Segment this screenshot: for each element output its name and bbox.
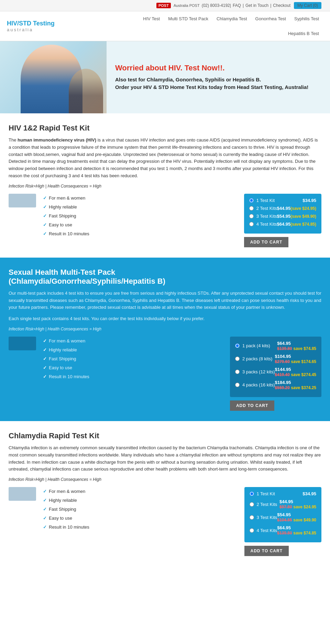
chlamydia-radio-4[interactable]: [250, 528, 254, 533]
hiv-price-1: 1 Test Kit $34.95: [249, 198, 316, 203]
chlamydia-pricing-box: 1 Test Kit $34.95 2 Test Kits $44.95$97.…: [244, 487, 321, 542]
hiv-title: HIV 1&2 Rapid Test Kit: [9, 124, 321, 133]
chlamydia-section: Chlamydia Rapid Test Kit Chlamydia infec…: [0, 421, 330, 566]
hiv-price-4: 4 Test Kits $64.95(save $74.85): [249, 222, 316, 227]
hiv-infection-risk: Infection Risk=High | Health Consequence…: [9, 184, 321, 189]
multi-price-val-3: $144.95$419.40 save $274.45: [275, 367, 316, 377]
hiv-features-list: For men & women Highly reliable Fast Shi…: [43, 194, 237, 238]
hiv-add-to-cart[interactable]: ADD TO CART: [244, 237, 288, 247]
checkout-link[interactable]: Checkout: [273, 3, 290, 8]
multi-save-1: save $74.85: [293, 346, 316, 351]
chlamydia-save-2: save $24.95: [293, 505, 316, 509]
hero-banner: Worried about HIV. Test Now!!. Also test…: [0, 41, 330, 113]
chlamydia-price-4: 4 Test Kits $64.95$139.80 save $74.85: [250, 525, 316, 535]
multi-desc: Our multi-test pack includes 4 test kits…: [9, 290, 321, 311]
multi-feature-2: Highly reliable: [43, 346, 223, 354]
post-logo: POST: [156, 3, 171, 8]
hiv-radio-3[interactable]: [249, 214, 254, 218]
chlamydia-price-val-3: $54.95$104.85 save $49.90: [277, 512, 316, 522]
multi-original-4: $559.20: [275, 385, 290, 390]
hiv-price-3: 3 Test Kits $54.95(save $49.90): [249, 214, 316, 219]
multi-title: Sexual Health Multi-Test Pack(Chlamydia/…: [9, 268, 321, 286]
hiv-label-1: 1 Test Kit: [256, 198, 302, 203]
nav-hiv-test[interactable]: HIV Test: [139, 11, 164, 26]
chlamydia-price-val-1: $34.95: [302, 491, 316, 496]
multi-label-2: 2 packs (8 kits): [242, 356, 275, 361]
chlamydia-desc: Chlamydia infection is an extremely comm…: [9, 444, 321, 473]
hiv-feature-1: For men & women: [43, 194, 237, 203]
chlamydia-radio-3[interactable]: [250, 515, 254, 520]
hiv-radio-2[interactable]: [249, 206, 254, 211]
hiv-price-val-4: $64.95(save $74.85): [277, 222, 317, 227]
hiv-feature-5: Result in 10 minutes: [43, 229, 237, 238]
multi-price-val-4: $184.95$559.20 save $374.25: [275, 380, 316, 390]
chlamydia-product-area: For men & women Highly reliable Fast Shi…: [9, 487, 321, 556]
nav-links: HIV Test Multi STD Test Pack Chlamydia T…: [62, 11, 323, 41]
logo: HIV/STD Testing australia: [7, 16, 62, 36]
chlamydia-pricing-area: 1 Test Kit $34.95 2 Test Kits $44.95$97.…: [244, 487, 321, 556]
multi-price-2: 2 packs (8 kits) $104.95$279.60 save $17…: [235, 354, 316, 364]
hiv-radio-4[interactable]: [249, 222, 254, 226]
phone: (02) 8003-4192: [202, 3, 230, 8]
chlamydia-feature-1: For men & women: [43, 487, 238, 496]
hiv-price-2: 2 Test Kits $44.95(save $24.95): [249, 206, 316, 211]
chlamydia-label-3: 3 Test Kits: [257, 515, 277, 520]
multi-price-4: 4 packs (16 kits) $184.95$559.20 save $3…: [235, 380, 316, 390]
multi-save-2: save $174.65: [291, 359, 316, 364]
multi-infection-risk: Infection Risk=High | Health Consequence…: [9, 327, 321, 331]
separator: |: [230, 3, 231, 8]
multi-save-4: save $374.25: [291, 385, 316, 390]
chlamydia-label-4: 4 Test Kits: [257, 528, 277, 533]
top-bar: POST Australia POST (02) 8003-4192 | FAQ…: [0, 0, 330, 11]
multi-features-list: For men & women Highly reliable Fast Shi…: [43, 337, 223, 381]
chlamydia-save-4: save $74.85: [293, 531, 316, 535]
hiv-desc: The human immunodeficiency virus (HIV) i…: [9, 137, 321, 180]
chlamydia-price-2: 2 Test Kits $44.95$97.80 save $24.95: [250, 499, 316, 509]
multi-radio-4[interactable]: [235, 383, 240, 387]
contact-link[interactable]: Get in Touch: [245, 3, 268, 8]
chlamydia-add-to-cart[interactable]: ADD TO CART: [244, 546, 289, 556]
nav-syphilis[interactable]: Syphilis Test: [290, 11, 323, 26]
multi-radio-3[interactable]: [235, 370, 240, 374]
faq-link[interactable]: FAQ: [233, 3, 241, 8]
chlamydia-feature-5: Result in 10 minutes: [43, 523, 238, 532]
multi-product-image: [9, 337, 36, 350]
chlamydia-feature-2: Highly reliable: [43, 496, 238, 505]
multi-add-to-cart[interactable]: ADD TO CART: [230, 400, 274, 411]
hiv-price-val-2: $44.95(save $24.95): [277, 206, 317, 211]
logo-title: HIV/STD Testing: [7, 20, 62, 27]
post-tagline: Australia POST: [174, 3, 200, 8]
multi-radio-2[interactable]: [235, 357, 240, 361]
chlamydia-save-3: save $49.90: [293, 518, 316, 522]
multi-price-val-2: $104.95$279.60 save $174.65: [275, 354, 316, 364]
chlamydia-radio-1[interactable]: [250, 492, 254, 496]
chlamydia-radio-2[interactable]: [250, 502, 254, 507]
nav-multi-std[interactable]: Multi STD Test Pack: [164, 11, 212, 26]
multi-save-3: save $274.45: [291, 372, 316, 377]
hiv-price-val-1: $34.95: [302, 198, 316, 203]
hiv-pricing-area: 1 Test Kit $34.95 2 Test Kits $44.95(sav…: [244, 194, 321, 247]
separator3: |: [270, 3, 271, 8]
hero-image: [0, 41, 107, 113]
hiv-radio-1[interactable]: [249, 198, 254, 203]
chlamydia-infection-risk: Infection Risk=High | Health Consequence…: [9, 477, 321, 482]
hiv-save-4: (save $74.85): [290, 222, 316, 227]
chlamydia-price-val-2: $44.95$97.80 save $24.95: [279, 499, 316, 509]
hiv-label-2: 2 Test Kits: [256, 206, 277, 211]
hero-content: Worried about HIV. Test Now!!. Also test…: [107, 41, 330, 113]
hiv-feature-3: Fast Shipping: [43, 212, 237, 221]
multi-original-3: $419.40: [275, 372, 290, 377]
multi-feature-1: For men & women: [43, 337, 223, 346]
hiv-pricing-box: 1 Test Kit $34.95 2 Test Kits $44.95(sav…: [244, 194, 321, 234]
multi-label-1: 1 pack (4 kits): [242, 343, 277, 348]
chlamydia-price-val-4: $64.95$139.80 save $74.85: [277, 525, 316, 535]
chlamydia-feature-3: Fast Shipping: [43, 505, 238, 514]
nav-chlamydia[interactable]: Chlamydia Test: [212, 11, 251, 26]
multi-radio-1[interactable]: [235, 343, 240, 348]
nav-hepatitis[interactable]: Hepatitis B Test: [62, 26, 323, 41]
cart-button[interactable]: My Cart (0): [294, 2, 321, 9]
chlamydia-feature-4: Easy to use: [43, 514, 238, 523]
hiv-save-2: (save $24.95): [290, 206, 316, 211]
chlamydia-title: Chlamydia Rapid Test Kit: [9, 431, 321, 440]
nav-gonorrhea[interactable]: Gonorrhea Test: [251, 11, 290, 26]
